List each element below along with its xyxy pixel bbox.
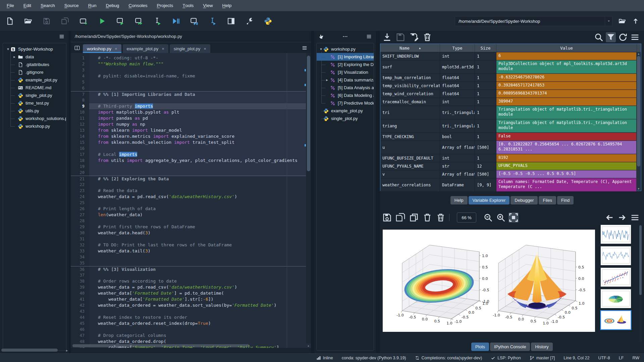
code-line-32[interactable]: # TO DO: Print the last three rows of th… <box>89 242 306 248</box>
debug-cell-button[interactable] <box>190 17 199 25</box>
code-line-40[interactable]: weather_data['Formatted Date'] = pd.to_d… <box>89 290 306 296</box>
save-data-button[interactable] <box>395 32 406 42</box>
code-line-31[interactable] <box>89 236 306 242</box>
project-item-example-plot-py[interactable]: example_plot.py <box>3 76 66 84</box>
next-plot-button[interactable] <box>617 213 627 223</box>
chevron-down-icon[interactable]: ▾ <box>319 47 323 51</box>
pane-tab-find[interactable]: Find <box>557 196 574 204</box>
status-inline[interactable]: Inline <box>316 356 333 360</box>
code-line-23[interactable]: # Read the data <box>89 188 306 194</box>
editor-tab-example_plot-py[interactable]: example_plot.py× <box>123 44 168 53</box>
code-line-36[interactable]: # %% [3] Visualization <box>89 266 306 272</box>
refresh-button[interactable] <box>618 32 628 42</box>
run-cell-advance-button[interactable] <box>135 17 143 25</box>
options-button[interactable] <box>630 32 640 42</box>
previous-plot-button[interactable] <box>604 213 614 223</box>
project-item-utils-py[interactable]: utils.py <box>3 107 66 115</box>
code-line-28[interactable] <box>89 218 306 224</box>
variable-row-temp_hum_correlation[interactable]: temp_hum_correlationfloat641-0.632254675… <box>380 73 641 81</box>
editor-tab-workshop-py[interactable]: workshop.py× <box>83 44 121 53</box>
chevron-right-icon[interactable]: ▸ <box>325 78 329 82</box>
project-item-time-test-py[interactable]: time_test.py <box>3 99 66 107</box>
scatter-plot-thumbnail[interactable] <box>600 267 631 287</box>
copy-plot-button[interactable] <box>409 213 419 223</box>
column-header-type[interactable]: Type <box>440 44 475 52</box>
code-line-44[interactable]: # Reset index to restore its order <box>89 314 306 320</box>
line-plot-thumbnail-2[interactable] <box>600 246 631 265</box>
remove-all-variables-button[interactable] <box>422 32 432 42</box>
menu-file[interactable]: File <box>2 0 19 11</box>
code-line-9[interactable]: # Third-party imports <box>89 103 306 109</box>
project-item--gitattributes[interactable]: .gitattributes <box>3 61 66 68</box>
fit-plot-button[interactable] <box>508 213 519 223</box>
menu-view[interactable]: View <box>198 0 217 11</box>
outline-cell-1[interactable]: [1] Importing Librar <box>317 53 374 61</box>
more-options-icon[interactable] <box>342 34 348 40</box>
chevron-right-icon[interactable]: ▸ <box>12 55 17 59</box>
code-line-30[interactable]: weather_data.head(3) <box>89 230 306 236</box>
hamburger-menu-icon[interactable] <box>59 34 65 40</box>
code-line-38[interactable]: # Order rows according to date <box>89 278 306 284</box>
code-line-12[interactable]: import numpy as np <box>89 121 306 127</box>
variable-row-weather_correlations[interactable]: weather_correlationsDataFrame[9, 9]Colum… <box>380 178 641 191</box>
variable-row-triang[interactable]: triangtri._triangulation.Tri…1Triangulat… <box>380 119 641 132</box>
save-button[interactable] <box>42 17 51 25</box>
save-plot-button[interactable] <box>382 213 392 223</box>
code-line-47[interactable]: # Drop categorical columns <box>89 333 306 339</box>
python-env-button[interactable] <box>264 17 272 25</box>
menu-tools[interactable]: Tools <box>178 0 198 11</box>
code-line-15[interactable]: from sklearn.model_selection import trai… <box>89 139 306 145</box>
code-line-21[interactable]: # %% [2] Exploring the Data <box>89 176 306 182</box>
editor-vscrollbar[interactable] <box>306 53 311 344</box>
close-icon[interactable]: × <box>162 46 164 51</box>
code-editor[interactable]: 1# -*- coding: utf-8 -*-2"""Workshop mai… <box>71 53 311 348</box>
code-line-17[interactable]: # Local imports <box>89 152 306 158</box>
column-header-name[interactable]: Name▲ <box>380 44 440 52</box>
variable-row-UFUNC_BUFSIZE_DEFAULT[interactable]: UFUNC_BUFSIZE_DEFAULTint18192 <box>380 154 641 162</box>
status-lf[interactable]: LF <box>619 356 624 360</box>
code-line-22[interactable] <box>89 182 306 188</box>
code-line-35[interactable] <box>89 260 306 266</box>
code-line-43[interactable] <box>89 308 306 314</box>
pane-tab-ipython-console[interactable]: IPython Console <box>490 343 530 351</box>
save-data-as-button[interactable] <box>409 32 419 42</box>
code-line-20[interactable] <box>89 170 306 176</box>
code-line-6[interactable] <box>89 85 306 91</box>
save-all-button[interactable] <box>61 17 69 25</box>
open-file-button[interactable] <box>24 17 33 25</box>
status-lsp[interactable]: LSP: Python <box>491 356 521 360</box>
outline-cell-5[interactable]: [5] Data Analysis an <box>317 84 374 92</box>
remove-plot-button[interactable] <box>422 213 432 223</box>
chevron-down-icon[interactable] <box>605 16 612 26</box>
status-line-9[interactable]: Line 9, Col 22 <box>564 356 589 360</box>
code-line-19[interactable] <box>89 164 306 170</box>
code-line-41[interactable]: weather_data['Formatted Date'].str[:-6]) <box>89 296 306 302</box>
save-all-plots-button[interactable] <box>395 213 406 223</box>
outline-file-single_plot-py[interactable]: single_plot.py <box>317 115 374 122</box>
run-file-button[interactable] <box>98 17 106 25</box>
code-line-10[interactable]: import matplotlib.pyplot as plt <box>89 109 306 115</box>
variable-row-tri[interactable]: tritri._triangulation.Tri…1Triangulation… <box>380 106 641 119</box>
scroll-arrow-icon[interactable]: ▸ <box>66 349 68 352</box>
options-button[interactable] <box>630 213 640 223</box>
code-line-39[interactable]: weather_data = pd.read_csv('data/weather… <box>89 284 306 290</box>
code-line-46[interactable] <box>89 326 306 333</box>
close-icon[interactable]: × <box>204 46 206 51</box>
status-utf-8[interactable]: UTF-8 <box>598 356 610 360</box>
code-line-14[interactable]: from sklearn.metrics import explained_va… <box>89 133 306 139</box>
pane-tab-history[interactable]: History <box>531 343 552 351</box>
current-figure-thumbnail[interactable] <box>600 310 631 330</box>
variable-row-v[interactable]: vArray of float64[500][-0.5 -0.5 -0.5 ..… <box>380 170 641 178</box>
variable-row-tracemalloc_domain[interactable]: tracemalloc_domainint1389047 <box>380 98 641 106</box>
variable-row-temp_wind_correlation[interactable]: temp_wind_correlationfloat6410.008956968… <box>380 89 641 98</box>
pane-tab-help[interactable]: Help <box>450 196 468 204</box>
go-to-cursor-icon[interactable] <box>318 34 324 40</box>
code-line-27[interactable]: len(weather_data) <box>89 212 306 218</box>
run-cell-button[interactable] <box>116 17 125 25</box>
zoom-out-button[interactable] <box>483 213 493 223</box>
code-line-45[interactable]: weather_data_ordered.reset_index(drop=Tr… <box>89 320 306 326</box>
working-directory-combobox[interactable]: /home/andi/Dev/Spyder/Spyder-Workshop <box>455 16 612 26</box>
project-item-workshop-solutions-p[interactable]: workshop_solutions.p <box>3 115 66 122</box>
pane-tab-debugger[interactable]: Debugger <box>511 196 538 204</box>
variable-table[interactable]: Name▲TypeSizeValue SHIFT_UNDERFLOWint16s… <box>380 44 641 191</box>
